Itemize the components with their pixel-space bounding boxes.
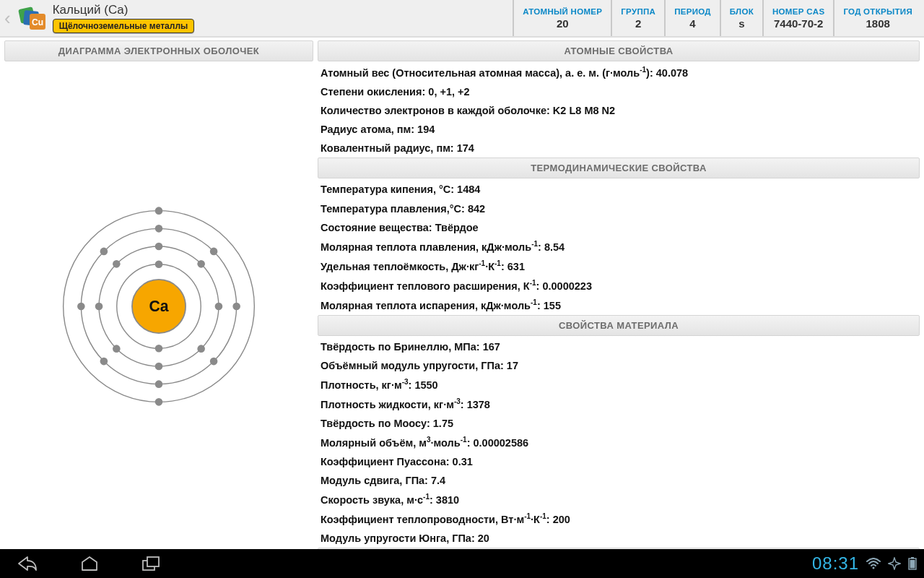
property-row: Радиус атома, пм: 194 — [318, 120, 920, 139]
svg-point-21 — [232, 302, 240, 310]
element-title: Кальций (Ca) — [53, 3, 195, 17]
property-row: Модуль сдвига, ГПа: 7.4 — [318, 471, 920, 490]
stat-label: ПЕРИОД — [674, 7, 711, 16]
nav-recent-button[interactable] — [131, 549, 172, 578]
header-stats: АТОМНЫЙ НОМЕР20ГРУППА2ПЕРИОД4БЛОКsНОМЕР … — [513, 0, 921, 36]
svg-point-28 — [155, 207, 163, 215]
stat-4[interactable]: НОМЕР CAS7440-70-2 — [762, 0, 833, 36]
property-row: Коэффициент теплопроводности, Вт·м-1·К-1… — [318, 509, 920, 529]
stat-2[interactable]: ПЕРИОД4 — [664, 0, 720, 36]
property-row: Молярная теплота плавления, кДж·моль-1: … — [318, 237, 920, 256]
svg-point-11 — [197, 260, 205, 268]
nav-home-button[interactable] — [69, 549, 110, 578]
right-column: АТОМНЫЕ СВОЙСТВААтомный вес (Относительн… — [318, 40, 920, 549]
airplane-icon — [888, 557, 901, 570]
property-row: Степени окисления: 0, +1, +2 — [318, 82, 920, 101]
svg-text:Ca: Ca — [149, 298, 168, 314]
svg-point-22 — [210, 357, 218, 365]
property-row: Объёмный модуль упругости, ГПа: 17 — [318, 356, 920, 375]
svg-point-20 — [210, 247, 218, 255]
back-icon[interactable]: ‹ — [3, 7, 14, 30]
stat-1[interactable]: ГРУППА2 — [611, 0, 664, 36]
svg-point-8 — [155, 344, 163, 352]
svg-point-7 — [155, 260, 163, 268]
status-area: 08:31 — [812, 553, 917, 574]
stat-label: ГРУППА — [621, 7, 655, 16]
stat-label: ГОД ОТКРЫТИЯ — [843, 7, 912, 16]
svg-point-12 — [215, 302, 223, 310]
svg-text:Cu: Cu — [32, 17, 43, 27]
title-block: Кальций (Ca) Щёлочноземельные металлы — [53, 3, 195, 33]
section-header: СВОЙСТВА МАТЕРИАЛА — [318, 315, 920, 336]
svg-point-29 — [155, 398, 163, 406]
property-row: Твёрдость по Моосу: 1.75 — [318, 414, 920, 433]
property-row: Твёрдость по Бринеллю, МПа: 167 — [318, 337, 920, 356]
section-header: ТЕРМОДИНАМИЧЕСКИЕ СВОЙСТВА — [318, 158, 920, 178]
svg-point-32 — [873, 567, 875, 569]
content: ДИАГРАММА ЭЛЕКТРОННЫХ ОБОЛОЧЕК Ca АТОМНЫ… — [0, 38, 924, 549]
system-navbar: 08:31 — [0, 549, 924, 578]
stat-value: s — [738, 17, 744, 30]
property-row: Состояние вещества: Твёрдое — [318, 218, 920, 237]
app-icon[interactable]: Cu — [18, 4, 47, 33]
clock: 08:31 — [812, 553, 859, 574]
battery-icon — [908, 557, 917, 570]
stat-5[interactable]: ГОД ОТКРЫТИЯ1808 — [833, 0, 921, 36]
stat-label: НОМЕР CAS — [772, 7, 824, 16]
property-row: Количество электронов в каждой оболочке:… — [318, 101, 920, 120]
stat-0[interactable]: АТОМНЫЙ НОМЕР20 — [513, 0, 611, 36]
property-row: Температура кипения, °C: 1484 — [318, 180, 920, 199]
property-row: Ковалентный радиус, пм: 174 — [318, 139, 920, 158]
svg-point-24 — [100, 357, 108, 365]
svg-rect-31 — [147, 557, 159, 566]
svg-point-15 — [113, 345, 121, 353]
stat-3[interactable]: БЛОКs — [720, 0, 762, 36]
section-header-shells: ДИАГРАММА ЭЛЕКТРОННЫХ ОБОЛОЧЕК — [4, 40, 313, 61]
wifi-icon — [866, 558, 881, 569]
property-row: Удельная теплоёмкость, Дж·кг-1·К-1: 631 — [318, 256, 920, 276]
property-row: Плотность жидкости, кг·м-3: 1378 — [318, 394, 920, 414]
property-row: Модуль упругости Юнга, ГПа: 20 — [318, 529, 920, 548]
svg-point-16 — [95, 302, 103, 310]
svg-point-23 — [155, 380, 163, 388]
section-header: АТОМНЫЕ СВОЙСТВА — [318, 40, 920, 61]
category-badge: Щёлочноземельные металлы — [53, 19, 195, 33]
property-row: Коэффициент Пуассона: 0.31 — [318, 452, 920, 471]
svg-point-19 — [155, 225, 163, 233]
stat-value: 1808 — [866, 17, 890, 30]
topbar: ‹ Cu Кальций (Ca) Щёлочноземельные метал… — [0, 0, 924, 38]
property-row: Скорость звука, м·с-1: 3810 — [318, 490, 920, 509]
svg-point-17 — [113, 260, 121, 268]
nav-back-button[interactable] — [7, 549, 48, 578]
stat-value: 4 — [689, 17, 695, 30]
svg-point-13 — [197, 345, 205, 353]
svg-point-25 — [77, 302, 85, 310]
stat-label: БЛОК — [730, 7, 754, 16]
left-column: ДИАГРАММА ЭЛЕКТРОННЫХ ОБОЛОЧЕК Ca — [4, 40, 313, 549]
property-row: Молярный объём, м3·моль-1: 0.00002586 — [318, 433, 920, 452]
svg-rect-35 — [910, 560, 915, 569]
electron-shell-diagram: Ca — [4, 63, 313, 549]
property-row: Коэффициент теплового расширения, К-1: 0… — [318, 276, 920, 296]
svg-point-26 — [100, 247, 108, 255]
stat-value: 20 — [557, 17, 569, 30]
stat-value: 2 — [635, 17, 641, 30]
svg-point-10 — [155, 242, 163, 250]
stat-label: АТОМНЫЙ НОМЕР — [523, 7, 602, 16]
property-row: Температура плавления,°C: 842 — [318, 199, 920, 218]
property-row: Плотность, кг·м-3: 1550 — [318, 375, 920, 394]
stat-value: 7440-70-2 — [774, 17, 823, 30]
svg-point-14 — [155, 362, 163, 370]
property-row: Молярная теплота испарения, кДж·моль-1: … — [318, 296, 920, 315]
property-row: Атомный вес (Относительная атомная масса… — [318, 63, 920, 82]
